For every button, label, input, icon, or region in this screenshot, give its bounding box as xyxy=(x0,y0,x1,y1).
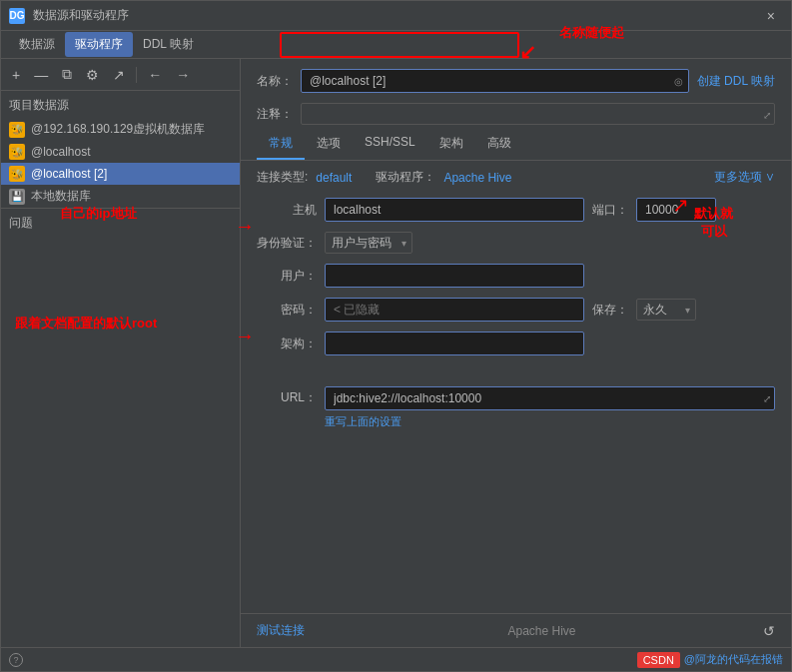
url-row: URL： ⤢ xyxy=(257,386,775,410)
notes-input-wrap: ⤢ xyxy=(301,103,775,125)
sidebar-item-label-3: @localhost [2] xyxy=(31,167,107,181)
csdn-badge: CSDN xyxy=(637,652,680,668)
tab-general[interactable]: 常规 xyxy=(257,129,305,160)
title-bar: DG 数据源和驱动程序 × xyxy=(1,1,791,31)
menu-datasource[interactable]: 数据源 xyxy=(9,32,65,57)
conn-type-label: 连接类型: xyxy=(257,169,308,186)
host-row: 主机 端口： xyxy=(257,198,775,222)
local-icon: 💾 xyxy=(9,189,25,205)
port-label: 端口： xyxy=(592,202,628,219)
tab-schema[interactable]: 架构 xyxy=(427,129,475,160)
schema-input[interactable] xyxy=(325,332,584,355)
content-area: + — ⧉ ⚙ ↗ ← → 项目数据源 🐝 @192.168.190.129虚拟… xyxy=(1,59,791,647)
hive-icon-3: 🐝 xyxy=(9,166,25,182)
sidebar-item-vm-db[interactable]: 🐝 @192.168.190.129虚拟机数据库 xyxy=(1,118,240,141)
refresh-icon[interactable]: ↺ xyxy=(763,623,775,639)
port-input[interactable] xyxy=(636,198,716,222)
sidebar-item-label-1: @192.168.190.129虚拟机数据库 xyxy=(31,121,205,138)
back-button[interactable]: ← xyxy=(143,64,167,86)
problems-label: 问题 xyxy=(9,215,232,232)
form-section: 主机 端口： 身份验证： 用户与密码 用户： xyxy=(241,190,791,386)
bottom-bar: 测试连接 Apache Hive ↺ xyxy=(241,613,791,647)
window-title: 数据源和驱动程序 xyxy=(33,7,759,24)
forward-button[interactable]: → xyxy=(171,64,195,86)
user-row: 用户： xyxy=(257,264,775,288)
schema-row: 架构： xyxy=(257,332,775,355)
sidebar-item-label-4: 本地数据库 xyxy=(31,188,91,205)
auth-label: 身份验证： xyxy=(257,235,317,252)
name-input-wrap: ◎ xyxy=(301,69,689,93)
help-icon[interactable]: ? xyxy=(9,653,23,667)
user-input[interactable] xyxy=(325,264,584,288)
tabs-row: 常规 选项 SSH/SSL 架构 高级 xyxy=(241,129,791,161)
url-input[interactable] xyxy=(325,386,775,410)
sidebar: + — ⧉ ⚙ ↗ ← → 项目数据源 🐝 @192.168.190.129虚拟… xyxy=(1,59,241,647)
url-expand-icon: ⤢ xyxy=(763,392,771,403)
driver-value[interactable]: Apache Hive xyxy=(443,171,511,185)
add-button[interactable]: + xyxy=(7,64,25,86)
auth-row: 身份验证： 用户与密码 xyxy=(257,232,775,254)
toolbar-separator xyxy=(136,67,137,83)
user-info: @阿龙的代码在报错 xyxy=(684,652,783,667)
create-ddl-button[interactable]: 创建 DDL 映射 xyxy=(697,73,775,90)
user-label: 用户： xyxy=(257,268,317,285)
password-label: 密码： xyxy=(257,302,317,319)
test-connection-button[interactable]: 测试连接 xyxy=(257,622,305,639)
notes-label: 注释： xyxy=(257,106,293,123)
menu-driver[interactable]: 驱动程序 xyxy=(65,32,133,57)
conn-type-value[interactable]: default xyxy=(316,171,352,185)
tab-ssh-ssl[interactable]: SSH/SSL xyxy=(353,129,427,160)
bottom-driver-text: Apache Hive xyxy=(321,624,763,638)
schema-label: 架构： xyxy=(257,336,317,352)
tab-options[interactable]: 选项 xyxy=(305,129,353,160)
url-input-wrap: ⤢ xyxy=(325,386,775,410)
copy-button[interactable]: ⧉ xyxy=(57,63,77,86)
sidebar-item-localhost-2[interactable]: 🐝 @localhost [2] xyxy=(1,163,240,185)
remove-button[interactable]: — xyxy=(29,64,53,86)
close-button[interactable]: × xyxy=(759,4,783,28)
settings-button[interactable]: ⚙ xyxy=(81,64,104,86)
password-row: 密码： 保存： 永久 xyxy=(257,298,775,322)
export-button[interactable]: ↗ xyxy=(108,64,130,86)
password-input[interactable] xyxy=(325,298,584,322)
hive-icon-2: 🐝 xyxy=(9,144,25,160)
sidebar-problems: 问题 xyxy=(1,208,240,242)
notes-input[interactable] xyxy=(301,103,775,125)
url-section: URL： ⤢ 重写上面的设置 xyxy=(241,386,791,433)
host-label: 主机 xyxy=(257,202,317,219)
menu-ddl[interactable]: DDL 映射 xyxy=(133,32,204,57)
tab-advanced[interactable]: 高级 xyxy=(475,129,523,160)
status-bar: ? CSDN @阿龙的代码在报错 xyxy=(1,647,791,671)
section-title: 项目数据源 xyxy=(1,91,240,118)
status-left: ? xyxy=(9,653,23,667)
conn-info-row: 连接类型: default 驱动程序： Apache Hive 更多选项 ∨ xyxy=(241,161,791,190)
expand-icon: ⤢ xyxy=(763,110,771,121)
app-icon: DG xyxy=(9,8,25,24)
save-select-wrap: 永久 xyxy=(636,299,696,321)
save-label: 保存： xyxy=(592,302,628,319)
spacer xyxy=(241,433,791,614)
host-input[interactable] xyxy=(325,198,584,222)
main-window: DG 数据源和驱动程序 × 数据源 驱动程序 DDL 映射 + — ⧉ ⚙ ↗ … xyxy=(0,0,792,672)
sidebar-toolbar: + — ⧉ ⚙ ↗ ← → xyxy=(1,59,240,91)
auth-select[interactable]: 用户与密码 xyxy=(325,232,412,254)
driver-label: 驱动程序： xyxy=(376,169,435,186)
url-label: URL： xyxy=(257,389,317,406)
more-options-button[interactable]: 更多选项 ∨ xyxy=(714,169,775,186)
hive-icon-1: 🐝 xyxy=(9,122,25,138)
auth-select-wrap: 用户与密码 xyxy=(325,232,412,254)
sidebar-item-local-db[interactable]: 💾 本地数据库 xyxy=(1,185,240,208)
name-label: 名称： xyxy=(257,73,293,90)
right-panel: 名称： ◎ 创建 DDL 映射 注释： ⤢ 常规 选项 SSH/SSL xyxy=(241,59,791,647)
url-hint[interactable]: 重写上面的设置 xyxy=(257,414,775,429)
save-select[interactable]: 永久 xyxy=(636,299,696,321)
name-row: 名称： ◎ 创建 DDL 映射 xyxy=(241,59,791,99)
status-right: CSDN @阿龙的代码在报错 xyxy=(637,652,783,668)
name-input[interactable] xyxy=(301,69,689,93)
dropdown-icon: ◎ xyxy=(674,76,683,87)
notes-row: 注释： ⤢ xyxy=(241,99,791,129)
sidebar-item-label-2: @localhost xyxy=(31,145,91,159)
sidebar-item-localhost[interactable]: 🐝 @localhost xyxy=(1,141,240,163)
menu-bar: 数据源 驱动程序 DDL 映射 xyxy=(1,31,791,59)
